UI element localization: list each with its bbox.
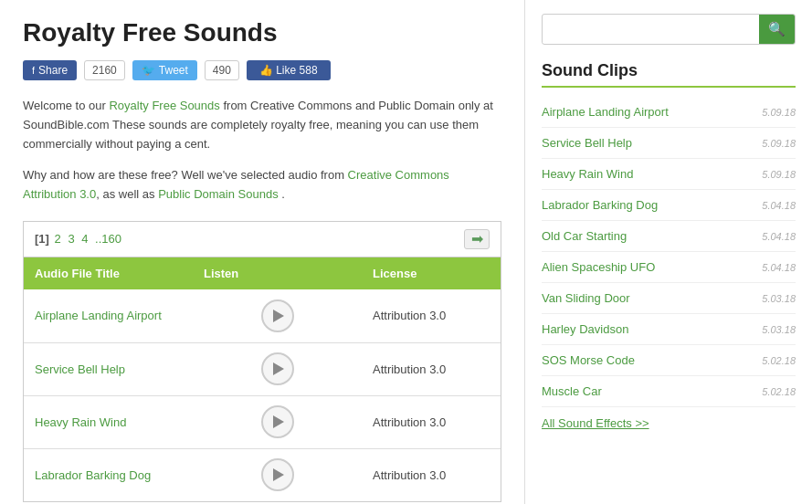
clip-date-8: 5.02.18	[762, 355, 796, 366]
clip-item: Airplane Landing Airport 5.09.18	[542, 97, 796, 128]
listen-cell-2	[193, 398, 362, 446]
clip-name-0[interactable]: Airplane Landing Airport	[542, 105, 669, 119]
table-row: Labrador Barking Dog Attribution 3.0	[24, 448, 501, 501]
clip-item: Old Car Starting 5.04.18	[542, 221, 796, 252]
play-button-3[interactable]	[261, 458, 294, 491]
header-listen: Listen	[193, 257, 362, 289]
clip-date-3: 5.04.18	[762, 200, 796, 211]
facebook-share-label: Share	[38, 64, 68, 77]
twitter-tweet-button[interactable]: 🐦 Tweet	[132, 60, 197, 80]
clip-name-1[interactable]: Service Bell Help	[542, 136, 632, 150]
clip-name-8[interactable]: SOS Morse Code	[542, 353, 635, 367]
clips-list: Airplane Landing Airport 5.09.18 Service…	[542, 97, 796, 407]
license-cell-3: Attribution 3.0	[362, 461, 501, 489]
search-bar: 🔍	[542, 14, 796, 45]
listen-cell-0	[193, 292, 362, 340]
clip-item: Service Bell Help 5.09.18	[542, 128, 796, 159]
table-header-row: Audio File Title Listen License	[24, 257, 501, 289]
intro-paragraph: Welcome to our Royalty Free Sounds from …	[23, 97, 501, 153]
audio-title-3[interactable]: Labrador Barking Dog	[24, 461, 193, 489]
play-icon-3	[273, 468, 284, 481]
license-cell-2: Attribution 3.0	[362, 408, 501, 436]
facebook-like-button[interactable]: 👍 Like 588	[247, 60, 331, 80]
search-icon: 🔍	[768, 21, 786, 37]
page-2-link[interactable]: 2	[55, 232, 61, 246]
clip-date-1: 5.09.18	[762, 138, 796, 149]
table-row: Service Bell Help Attribution 3.0	[24, 342, 501, 395]
next-page-button[interactable]: ➡	[464, 229, 490, 249]
clip-date-5: 5.04.18	[762, 262, 796, 273]
clip-item: Harley Davidson 5.03.18	[542, 314, 796, 345]
facebook-count: 2160	[84, 60, 125, 80]
table-navigation: [1] 2 3 4 ..160 ➡	[24, 222, 501, 257]
public-domain-link[interactable]: Public Domain Sounds	[158, 187, 279, 201]
search-button[interactable]: 🔍	[759, 15, 795, 44]
search-input[interactable]	[543, 16, 759, 43]
clip-name-4[interactable]: Old Car Starting	[542, 229, 627, 243]
clip-name-7[interactable]: Harley Davidson	[542, 322, 628, 336]
right-column: 🔍 Sound Clips Airplane Landing Airport 5…	[525, 0, 812, 504]
next-arrow-icon: ➡	[464, 229, 490, 249]
twitter-tweet-label: Tweet	[159, 64, 188, 77]
facebook-icon: f	[32, 65, 35, 76]
clip-name-6[interactable]: Van Sliding Door	[542, 291, 630, 305]
clip-name-9[interactable]: Muscle Car	[542, 384, 602, 398]
clip-item: Muscle Car 5.02.18	[542, 376, 796, 407]
twitter-count: 490	[205, 60, 239, 80]
play-button-2[interactable]	[261, 405, 294, 438]
page-more-link[interactable]: ..160	[95, 232, 121, 246]
audio-title-0[interactable]: Airplane Landing Airport	[24, 301, 193, 330]
play-button-1[interactable]	[261, 352, 294, 385]
audio-title-1[interactable]: Service Bell Help	[24, 355, 193, 383]
facebook-like-label: Like 588	[276, 64, 317, 77]
header-title: Audio File Title	[24, 257, 193, 289]
page-4-link[interactable]: 4	[81, 232, 88, 246]
clip-item: Van Sliding Door 5.03.18	[542, 283, 796, 314]
clip-date-6: 5.03.18	[762, 293, 796, 304]
clip-item: Alien Spaceship UFO 5.04.18	[542, 252, 796, 283]
clip-item: SOS Morse Code 5.02.18	[542, 345, 796, 376]
clip-date-2: 5.09.18	[762, 169, 796, 180]
play-icon-0	[273, 310, 284, 322]
clip-item: Labrador Barking Dog 5.04.18	[542, 190, 796, 221]
table-row: Heavy Rain Wind Attribution 3.0	[24, 395, 501, 448]
license-cell-0: Attribution 3.0	[362, 301, 501, 330]
clip-date-0: 5.09.18	[762, 107, 796, 118]
clip-name-3[interactable]: Labrador Barking Dog	[542, 198, 658, 212]
audio-table: [1] 2 3 4 ..160 ➡ Audio File Title Liste…	[23, 221, 501, 502]
facebook-share-button[interactable]: f Share	[23, 60, 77, 80]
royalty-free-sounds-link[interactable]: Royalty Free Sounds	[109, 99, 219, 112]
header-license: License	[362, 257, 501, 289]
left-column: Royalty Free Sounds f Share 2160 🐦 Tweet…	[0, 0, 525, 504]
social-bar: f Share 2160 🐦 Tweet 490 👍 Like 588	[23, 60, 501, 80]
play-icon-1	[273, 362, 284, 375]
page-title: Royalty Free Sounds	[23, 18, 501, 47]
audio-title-2[interactable]: Heavy Rain Wind	[24, 408, 193, 436]
all-effects-link[interactable]: All Sound Effects >>	[542, 407, 796, 430]
page-numbers: [1] 2 3 4 ..160	[35, 232, 123, 246]
clip-date-4: 5.04.18	[762, 231, 796, 242]
table-row: Airplane Landing Airport Attribution 3.0	[24, 289, 501, 342]
license-cell-1: Attribution 3.0	[362, 355, 501, 383]
twitter-icon: 🐦	[142, 64, 155, 77]
page-3-link[interactable]: 3	[68, 232, 74, 246]
clip-item: Heavy Rain Wind 5.09.18	[542, 159, 796, 190]
play-button-0[interactable]	[261, 299, 294, 332]
why-paragraph: Why and how are these free? Well we've s…	[23, 166, 501, 205]
clip-name-5[interactable]: Alien Spaceship UFO	[542, 260, 655, 274]
listen-cell-3	[193, 451, 362, 499]
clip-name-2[interactable]: Heavy Rain Wind	[542, 167, 633, 181]
sound-clips-title: Sound Clips	[542, 61, 796, 88]
table-body: Airplane Landing Airport Attribution 3.0…	[24, 289, 501, 501]
listen-cell-1	[193, 345, 362, 393]
clip-date-7: 5.03.18	[762, 324, 796, 335]
clip-date-9: 5.02.18	[762, 386, 796, 397]
play-icon-2	[273, 415, 284, 428]
